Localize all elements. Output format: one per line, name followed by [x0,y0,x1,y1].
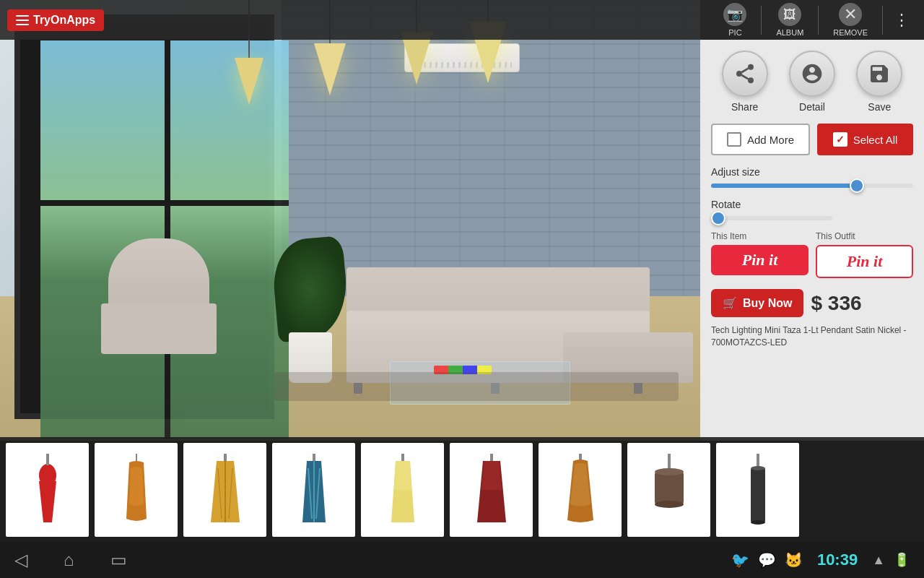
logo-text: TryOnApps [33,14,95,27]
share-label: Share [731,101,758,113]
more-button[interactable]: ⋮ [886,7,917,33]
svg-rect-9 [224,454,227,461]
selection-row: Add More Select All [711,124,913,155]
thumb-img-9 [733,450,783,530]
pin-this-outfit-section: This Outfit Pin it [816,231,913,278]
pin-this-item-label: This Item [711,231,808,241]
adjust-size-label: Adjust size [711,166,913,178]
svg-point-28 [655,468,684,475]
rotate-thumb[interactable] [711,211,725,225]
thumb-img-7 [555,450,606,530]
adjust-size-slider[interactable] [711,184,913,188]
svg-rect-19 [401,454,404,461]
add-more-checkbox [727,132,741,147]
detail-label: Detail [799,101,825,113]
svg-marker-21 [394,461,411,490]
select-all-checkbox [833,132,847,147]
pinit-outfit-button[interactable]: Pin it [816,245,913,278]
action-row: Share Detail Save [711,51,913,113]
thumbnail-9[interactable] [716,443,799,537]
svg-point-33 [751,520,765,525]
pic-button[interactable]: 📷 PIC [723,3,746,37]
toolbar: TryOnApps 📷 PIC 🖼 ALBUM ✕ REMOVE ⋮ [0,0,924,40]
remove-icon: ✕ [839,3,862,26]
svg-line-4 [741,69,748,72]
thumb-img-1 [22,450,73,530]
slider-thumb[interactable] [850,178,864,193]
album-icon: 🖼 [778,3,801,26]
logo-button[interactable]: TryOnApps [7,9,104,31]
detail-button[interactable]: Detail [789,51,835,113]
carpet [274,372,679,401]
divider-2 [818,6,819,35]
menu-icon [16,15,29,25]
svg-point-0 [748,64,754,70]
thumb-img-2 [111,450,162,530]
thumbnail-7[interactable] [539,443,622,537]
save-icon [856,51,902,97]
status-bar: 🐦 💬 🐱 10:39 ▲ 🔋 [731,551,910,569]
pin-row: This Item Pin it This Outfit Pin it [711,231,913,278]
remove-button[interactable]: ✕ REMOVE [833,3,868,37]
svg-point-2 [748,77,754,83]
camera-icon: 📷 [723,3,746,26]
chat-icon: 💬 [758,551,776,569]
product-name: Tech Lighting Mini Taza 1-Lt Pendant Sat… [711,324,913,349]
wifi-icon: ▲ [872,553,885,568]
add-more-button[interactable]: Add More [711,124,810,155]
pin-this-outfit-label: This Outfit [816,231,913,241]
svg-marker-6 [39,481,56,522]
thumbnail-8[interactable] [627,443,710,537]
clock: 10:39 [817,551,858,569]
thumbnails-bar [0,437,924,542]
cat-icon: 🐱 [785,551,803,569]
back-button[interactable]: ◁ [14,550,27,570]
right-panel: Share Detail Save Add More [700,40,924,441]
buy-now-button[interactable]: 🛒 Buy Now [711,289,803,317]
pinit-outfit-text: Pin it [847,252,883,271]
recents-button[interactable]: ▭ [110,550,127,570]
add-more-label: Add More [747,134,794,146]
select-all-label: Select All [853,134,898,146]
thumbnail-2[interactable] [95,443,178,537]
thumb-img-6 [466,450,517,530]
buy-now-label: Buy Now [743,297,792,310]
album-button[interactable]: 🖼 ALBUM [776,3,803,37]
bottom-nav: ◁ ⌂ ▭ 🐦 💬 🐱 10:39 ▲ 🔋 [0,542,924,578]
divider-1 [761,6,762,35]
thumbnail-1[interactable] [6,443,89,537]
pic-label: PIC [728,28,741,37]
svg-marker-24 [481,461,502,490]
thumbnail-5[interactable] [361,443,444,537]
album-label: ALBUM [776,28,803,37]
thumbnail-3[interactable] [183,443,266,537]
svg-point-32 [751,466,765,470]
svg-point-1 [736,71,742,77]
thumb-img-8 [644,450,694,530]
thumb-img-4 [289,450,339,530]
select-all-button[interactable]: Select All [817,124,913,155]
svg-line-3 [741,75,748,79]
thumb-img-5 [378,450,428,530]
detail-icon [789,51,835,97]
rotate-slider[interactable] [711,216,832,220]
share-icon [722,51,768,97]
pin-this-item-section: This Item Pin it [711,231,808,278]
save-button[interactable]: Save [856,51,902,113]
price: $ 336 [811,292,861,315]
thumbnail-4[interactable] [272,443,355,537]
slider-fill [711,184,857,188]
svg-rect-31 [751,468,765,522]
thumbnail-6[interactable] [450,443,533,537]
rotate-label: Rotate [711,199,913,210]
battery-icon: 🔋 [894,552,910,568]
chair [101,238,245,368]
home-button[interactable]: ⌂ [64,550,74,570]
pinit-this-item-text: Pin it [742,251,778,269]
svg-rect-27 [655,472,684,504]
svg-rect-22 [490,454,493,461]
pinit-this-item-button[interactable]: Pin it [711,245,808,275]
remove-label: REMOVE [833,28,868,37]
save-label: Save [868,101,891,113]
share-button[interactable]: Share [722,51,768,113]
